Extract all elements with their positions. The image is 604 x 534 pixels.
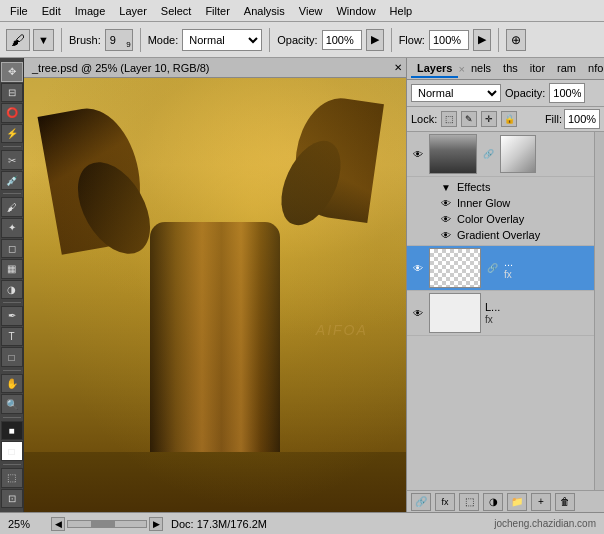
left-toolbar: ✥ ⊟ ⭕ ⚡ ✂ 💉 🖌 ✦ ◻ ▦ ◑ ✒ T □ ✋ 🔍 ■ □ ⬚ ⊡ [0,58,24,512]
link-layers-btn[interactable]: 🔗 [411,493,431,511]
tab-history[interactable]: itor [524,60,551,78]
color-overlay-effect[interactable]: 👁 Color Overlay [439,211,600,227]
menu-file[interactable]: File [4,3,34,19]
tab-info[interactable]: nfo [582,60,604,78]
rect-select-tool[interactable]: ⊟ [1,83,23,103]
panel-scrollbar[interactable] [594,132,604,490]
brush-tool-icon[interactable]: 🖌 [6,29,30,51]
tool-options-arrow[interactable]: ▼ [33,29,54,51]
foreground-color[interactable]: ■ [1,421,23,441]
flow-label: Flow: [399,34,425,46]
lock-all-btn[interactable]: 🔒 [501,111,517,127]
tab-paths[interactable]: ths [497,60,524,78]
lock-position-btn[interactable]: ✛ [481,111,497,127]
crop-tool[interactable]: ✂ [1,150,23,170]
tab-channels[interactable]: nels [465,60,497,78]
layer-fx-3: fx [485,314,600,325]
text-tool[interactable]: T [1,327,23,347]
doc-info: Doc: 17.3M/176.2M [171,518,486,530]
hand-tool[interactable]: ✋ [1,374,23,394]
lock-pixels-btn[interactable]: ✎ [461,111,477,127]
fill-input[interactable] [564,109,600,129]
layer-item-3[interactable]: 👁 L... fx [407,291,604,336]
airbrush-btn[interactable]: ⊕ [506,29,526,51]
eyedropper-tool[interactable]: 💉 [1,171,23,191]
tab-layers[interactable]: Layers [411,60,458,78]
toolbar-sep2 [140,28,141,52]
menu-edit[interactable]: Edit [36,3,67,19]
menu-view[interactable]: View [293,3,329,19]
canvas-tab: _tree.psd @ 25% (Layer 10, RGB/8) ✕ [24,58,406,78]
clone-tool[interactable]: ✦ [1,218,23,238]
add-mask-btn[interactable]: ⬚ [459,493,479,511]
gradient-overlay-eye[interactable]: 👁 [439,228,453,242]
shape-tool[interactable]: □ [1,347,23,367]
delete-layer-btn[interactable]: 🗑 [555,493,575,511]
new-group-btn[interactable]: 📁 [507,493,527,511]
toolbar-sep3 [269,28,270,52]
background-color[interactable]: □ [1,441,23,461]
layer-eye-3[interactable]: 👁 [411,306,425,320]
menu-help[interactable]: Help [384,3,419,19]
flow-arrow[interactable]: ▶ [473,29,491,51]
blend-mode-select[interactable]: Normal [182,29,262,51]
inner-glow-effect[interactable]: 👁 Inner Glow [439,195,600,211]
brush-tool[interactable]: 🖌 [1,197,23,217]
tool-sep1 [3,146,21,147]
inner-glow-eye[interactable]: 👁 [439,196,453,210]
add-style-btn[interactable]: fx [435,493,455,511]
gradient-tool[interactable]: ▦ [1,259,23,279]
flow-input[interactable] [429,30,469,50]
gradient-overlay-effect[interactable]: 👁 Gradient Overlay [439,227,600,243]
layer-thumb-2 [429,248,481,288]
new-adjustment-btn[interactable]: ◑ [483,493,503,511]
canvas-content[interactable]: AIFOA [24,78,406,512]
color-overlay-eye[interactable]: 👁 [439,212,453,226]
nav-right-btn[interactable]: ▶ [149,517,163,531]
new-layer-btn[interactable]: + [531,493,551,511]
thumb-checker-img [430,249,480,287]
canvas-close-btn[interactable]: ✕ [394,62,402,73]
menu-analysis[interactable]: Analysis [238,3,291,19]
lasso-tool[interactable]: ⭕ [1,103,23,123]
tab-actions[interactable]: ram [551,60,582,78]
move-tool[interactable]: ✥ [1,62,23,82]
layer-blend-mode[interactable]: Normal [411,84,501,102]
layer-scroll-area: 👁 🔗 ▼ Effects [407,132,604,490]
layer-eye-2[interactable]: 👁 [411,261,425,275]
nav-left-btn[interactable]: ◀ [51,517,65,531]
layers-lock-row: Lock: ⬚ ✎ ✛ 🔒 Fill: [407,107,604,132]
eraser-tool[interactable]: ◻ [1,239,23,259]
menu-bar: File Edit Image Layer Select Filter Anal… [0,0,604,22]
layer-eye-1[interactable]: 👁 [411,147,425,161]
thumb-tree-img [430,135,476,173]
layer-thumb-3 [429,293,481,333]
quick-mask[interactable]: ⬚ [1,468,23,488]
canvas-nav: ◀ ▶ [51,517,163,531]
menu-select[interactable]: Select [155,3,198,19]
panel-tabs: Layers × nels ths itor ram nfo [407,58,604,80]
menu-window[interactable]: Window [330,3,381,19]
opacity-input[interactable] [322,30,362,50]
effects-arrow[interactable]: ▼ [439,180,453,194]
dodge-tool[interactable]: ◑ [1,280,23,300]
layer-name-3: L... [485,301,600,313]
menu-layer[interactable]: Layer [113,3,153,19]
menu-image[interactable]: Image [69,3,112,19]
zoom-tool[interactable]: 🔍 [1,394,23,414]
nav-slider[interactable] [67,520,147,528]
layer-fx-2: fx [504,269,600,280]
layer-opacity-input[interactable] [549,83,585,103]
lock-transparent-btn[interactable]: ⬚ [441,111,457,127]
layer-item-2[interactable]: 👁 🔗 ... fx [407,246,604,291]
pen-tool[interactable]: ✒ [1,306,23,326]
canvas-area: _tree.psd @ 25% (Layer 10, RGB/8) ✕ AIFO… [24,58,406,512]
mode-label: Mode: [148,34,179,46]
opacity-arrow[interactable]: ▶ [366,29,384,51]
screen-mode[interactable]: ⊡ [1,489,23,509]
layer-item-1[interactable]: 👁 🔗 [407,132,604,177]
magic-wand-tool[interactable]: ⚡ [1,124,23,144]
toolbar-sep1 [61,28,62,52]
brush-picker[interactable]: 9 9 [105,29,133,51]
menu-filter[interactable]: Filter [199,3,235,19]
